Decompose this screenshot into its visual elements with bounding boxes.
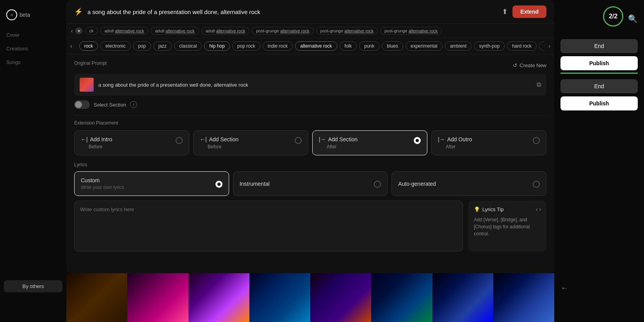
add-section-after-radio[interactable]: [414, 137, 421, 144]
genre-tag-alternativerock[interactable]: alternative rock: [295, 41, 337, 51]
sidebar-item-creations[interactable]: Creations: [0, 42, 66, 55]
share-icon[interactable]: ⬆: [502, 7, 508, 16]
add-section-before-radio[interactable]: [295, 137, 302, 144]
genre-tag-electronic[interactable]: electronic: [100, 41, 130, 51]
placement-add-section-before[interactable]: ←| Add Section Before: [193, 130, 308, 155]
add-intro-before-icon: ←|: [81, 136, 88, 142]
right-extend-button[interactable]: End: [560, 39, 638, 53]
logo-text: beta: [20, 12, 30, 18]
divider-1: [74, 115, 546, 116]
add-intro-before-radio[interactable]: [176, 137, 183, 144]
add-outro-after-title: Add Outro: [447, 136, 472, 142]
lyrics-autogenerated[interactable]: Auto-generated: [391, 171, 546, 196]
placement-add-section-before-content: ←| Add Section Before: [200, 136, 238, 149]
genre-tag-ambient[interactable]: ambient: [445, 41, 472, 51]
style-chip-1[interactable]: adult alternative rock: [100, 27, 149, 35]
right-panel: 2/2 🔍 End Publish End Publish ←: [554, 0, 644, 322]
right-publish-button-2[interactable]: Publish: [560, 96, 638, 110]
style-chip-0[interactable]: ck: [85, 27, 98, 35]
add-section-after-sub: After: [319, 144, 358, 149]
genre-tag-classical[interactable]: classical: [174, 41, 202, 51]
style-chip-5[interactable]: post-grunge alternative rock: [316, 27, 378, 35]
bottom-image-6[interactable]: [371, 273, 432, 322]
genre-tag-indierock[interactable]: indie rock: [263, 41, 293, 51]
placement-add-outro-after-content: |→ Add Outro After: [438, 136, 472, 149]
bottom-image-1[interactable]: [66, 273, 127, 322]
extend-modal: ⚡ a song about the pride of a presentati…: [66, 0, 554, 273]
green-progress-line: [560, 73, 638, 74]
genre-tag-jazz[interactable]: jazz: [153, 41, 172, 51]
placement-add-intro-before[interactable]: ←| Add Intro Before: [74, 130, 189, 155]
bottom-image-5[interactable]: [310, 273, 371, 322]
style-chip-6[interactable]: post-grunge alternative rock: [380, 27, 442, 35]
lyrics-instrumental-radio[interactable]: [374, 181, 381, 188]
style-chips-bar: ‹ ✕ ck adult alternative rock adult alte…: [66, 24, 554, 38]
genre-tag-rock[interactable]: rock: [79, 41, 98, 51]
bottom-image-2[interactable]: [127, 273, 188, 322]
back-arrow-icon[interactable]: ←: [560, 283, 568, 292]
lightning-icon: ⚡: [74, 7, 83, 16]
lyrics-custom-radio[interactable]: [215, 181, 222, 188]
placement-add-section-after[interactable]: |→ Add Section After: [312, 130, 427, 155]
lyrics-custom[interactable]: Custom Write your own lyrics: [74, 171, 229, 196]
prompt-thumbnail: [80, 78, 94, 92]
genre-tag-poprock[interactable]: pop rock: [232, 41, 260, 51]
genre-tag-punk[interactable]: punk: [359, 41, 379, 51]
genre-scroll-left-icon[interactable]: ‹: [66, 43, 76, 49]
refresh-icon: ↺: [513, 62, 517, 68]
genre-tag-down[interactable]: down: [539, 41, 544, 51]
style-chip-3[interactable]: adult alternative rock: [201, 27, 250, 35]
search-icon[interactable]: 🔍: [628, 14, 638, 23]
genre-tag-experimental[interactable]: experimental: [406, 41, 443, 51]
lyrics-tip-title: 💡 Lyrics Tip: [474, 206, 503, 212]
original-prompt-label: Original Prompt: [74, 60, 107, 66]
info-icon[interactable]: i: [130, 101, 137, 108]
right-publish-button[interactable]: Publish: [560, 56, 638, 70]
add-section-before-title: Add Section: [209, 136, 239, 142]
add-outro-after-radio[interactable]: [533, 137, 540, 144]
bottom-image-4[interactable]: [249, 273, 310, 322]
genre-tag-hiphop[interactable]: hip hop: [204, 41, 229, 51]
style-chip-4[interactable]: post-grunge alternative rock: [252, 27, 313, 35]
lyrics-custom-sub: Write your own lyrics: [81, 185, 124, 190]
style-close-button[interactable]: ✕: [75, 27, 82, 34]
sidebar-item-songs[interactable]: Songs: [0, 55, 66, 69]
lyrics-tip-prev[interactable]: ‹: [536, 206, 538, 212]
lyrics-tip-text: Add [Verse], [Bridge], and [Chorus] tags…: [474, 216, 541, 237]
track-counter: 2/2: [603, 6, 623, 27]
placement-add-outro-after[interactable]: |→ Add Outro After: [431, 130, 546, 155]
genre-tag-blues[interactable]: blues: [382, 41, 403, 51]
genre-tag-synthpop[interactable]: synth-pop: [474, 41, 505, 51]
genre-tag-folk[interactable]: folk: [340, 41, 357, 51]
genre-tag-pop[interactable]: pop: [133, 41, 151, 51]
original-prompt-row: a song about the pride of a presentation…: [74, 74, 546, 96]
sidebar-item-cover[interactable]: Cover: [0, 28, 66, 42]
style-prev-icon[interactable]: ‹: [69, 28, 75, 34]
lyrics-input-area: 💡 Lyrics Tip ‹ › Add [Verse], [Bridge], …: [74, 201, 546, 251]
create-new-button[interactable]: ↺ Create New: [513, 62, 546, 68]
lyrics-instrumental[interactable]: Instrumental: [233, 171, 388, 196]
placement-add-intro-before-content: ←| Add Intro Before: [81, 136, 112, 149]
by-others-button[interactable]: By others: [4, 280, 62, 292]
genre-scroll-right-icon[interactable]: ›: [544, 43, 554, 49]
placement-options: ←| Add Intro Before ←| Add Section Befor…: [74, 130, 546, 155]
modal-body: Original Prompt ↺ Create New a song abou…: [66, 54, 554, 273]
select-section-toggle[interactable]: [74, 100, 90, 109]
bottom-image-3[interactable]: [189, 273, 249, 322]
lyrics-textarea[interactable]: [74, 201, 463, 251]
lyrics-tip-next[interactable]: ›: [539, 206, 541, 212]
bottom-image-7[interactable]: [432, 273, 493, 322]
copy-button[interactable]: ⧉: [537, 81, 541, 88]
lyrics-tip-header: 💡 Lyrics Tip ‹ ›: [474, 206, 541, 212]
lyrics-autogenerated-title: Auto-generated: [398, 181, 436, 187]
style-chip-2[interactable]: adult alternative rock: [151, 27, 199, 35]
genre-tag-hardrock[interactable]: hard rock: [507, 41, 537, 51]
bottom-image-8[interactable]: [493, 273, 554, 322]
lyrics-autogenerated-radio[interactable]: [533, 181, 540, 188]
right-action-buttons: End Publish: [560, 39, 638, 70]
extend-button[interactable]: Extend: [512, 5, 546, 18]
add-section-before-sub: Before: [200, 144, 238, 149]
bulb-icon: 💡: [474, 206, 480, 212]
add-intro-before-sub: Before: [81, 144, 112, 149]
right-extend-button-2[interactable]: End: [560, 79, 638, 93]
